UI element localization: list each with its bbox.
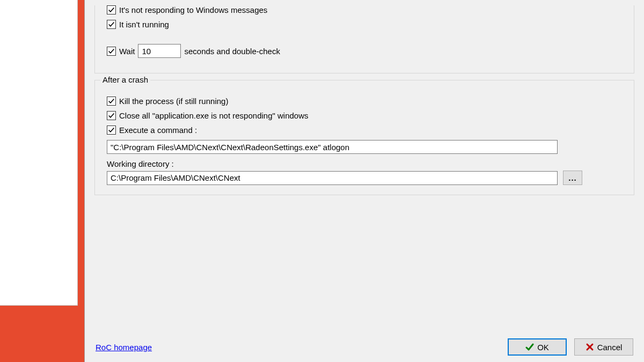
working-dir-input[interactable]: [107, 171, 558, 185]
dialog-footer: RoC homepage OK Cancel: [85, 338, 644, 356]
wait-seconds-input[interactable]: [138, 44, 181, 58]
label-wait[interactable]: Wait: [119, 47, 135, 56]
cancel-button[interactable]: Cancel: [574, 338, 633, 356]
cancel-button-label: Cancel: [597, 343, 623, 352]
label-kill-process[interactable]: Kill the process (if still running): [119, 97, 228, 106]
checkbox-wait[interactable]: [107, 47, 116, 56]
label-not-responding[interactable]: It's not responding to Windows messages: [119, 5, 267, 14]
checkbox-close-windows[interactable]: [107, 111, 116, 120]
after-crash-legend: After a crash: [100, 75, 150, 84]
background-window: [0, 0, 78, 306]
working-dir-label: Working directory :: [107, 159, 622, 168]
command-input[interactable]: [107, 140, 558, 154]
row-not-responding: It's not responding to Windows messages: [107, 5, 622, 14]
label-not-running[interactable]: It isn't running: [119, 20, 169, 29]
browse-button[interactable]: ...: [563, 171, 582, 185]
settings-dialog: It's not responding to Windows messages …: [84, 0, 644, 362]
after-crash-group: After a crash Kill the process (if still…: [94, 80, 634, 195]
checkbox-execute-command[interactable]: [107, 125, 116, 135]
row-not-running: It isn't running: [107, 20, 622, 29]
label-execute-command[interactable]: Execute a command :: [119, 125, 197, 135]
ok-button[interactable]: OK: [508, 338, 567, 356]
homepage-link[interactable]: RoC homepage: [96, 343, 152, 352]
row-kill-process: Kill the process (if still running): [107, 97, 622, 106]
detection-group: It's not responding to Windows messages …: [94, 5, 634, 73]
working-dir-row: ...: [107, 171, 622, 185]
check-icon: [525, 343, 534, 351]
label-wait-suffix: seconds and double-check: [184, 47, 280, 56]
row-execute-command: Execute a command :: [107, 125, 622, 135]
ok-button-label: OK: [537, 343, 549, 352]
label-close-windows[interactable]: Close all "application.exe is not respon…: [119, 111, 309, 120]
checkbox-not-responding[interactable]: [107, 5, 116, 14]
checkbox-not-running[interactable]: [107, 20, 116, 29]
row-wait: Wait seconds and double-check: [107, 44, 622, 58]
row-close-windows: Close all "application.exe is not respon…: [107, 111, 622, 120]
checkbox-kill-process[interactable]: [107, 97, 116, 106]
cross-icon: [586, 343, 594, 351]
